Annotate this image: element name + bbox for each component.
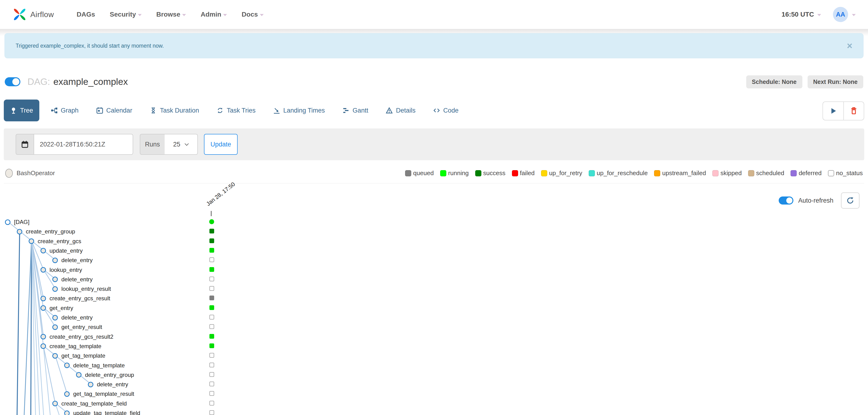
tree-node[interactable]: delete_entry_group <box>76 372 134 378</box>
tree-node[interactable]: create_tag_template_field <box>52 400 127 407</box>
nav-item-security[interactable]: Security <box>110 11 142 18</box>
calendar-addon <box>16 134 34 155</box>
tab-landing-times[interactable]: Landing Times <box>267 99 331 121</box>
task-status-square[interactable] <box>210 401 214 406</box>
graph-icon <box>51 107 58 114</box>
tree-node[interactable]: get_tag_template_result <box>64 391 134 397</box>
dag-header: DAG: example_complex Schedule: None Next… <box>5 71 863 93</box>
task-status-square[interactable] <box>210 353 214 358</box>
operator-ellipse-icon <box>5 169 13 178</box>
nav-item-dags[interactable]: DAGs <box>77 11 95 18</box>
task-status-square[interactable] <box>210 344 214 348</box>
task-status-square[interactable] <box>210 248 214 253</box>
update-button[interactable]: Update <box>204 134 238 155</box>
nav-item-admin[interactable]: Admin <box>200 11 227 18</box>
task-status-square[interactable] <box>210 363 214 367</box>
nav-item-browse[interactable]: Browse <box>156 11 186 18</box>
tab-task-duration[interactable]: Task Duration <box>144 99 205 121</box>
task-status-square[interactable] <box>210 391 214 396</box>
status-swatch <box>712 170 718 176</box>
trigger-dag-button[interactable] <box>823 101 843 120</box>
task-node-circle <box>40 296 46 301</box>
task-status-square[interactable] <box>210 315 214 320</box>
delete-dag-button[interactable] <box>843 101 864 120</box>
task-node-circle <box>17 229 22 234</box>
task-node-label: get_tag_template_result <box>73 391 134 397</box>
task-node-label: update_tag_template_field <box>73 410 140 415</box>
legend-item-up-for-retry: up_for_retry <box>541 170 582 177</box>
dag-title-prefix: DAG: <box>28 77 50 87</box>
legend-item-queued: queued <box>405 170 434 177</box>
timezone-selector[interactable]: 16:50 UTC <box>781 11 821 18</box>
tree-node[interactable]: create_entry_gcs_result2 <box>40 333 113 340</box>
tree-node[interactable]: delete_entry <box>88 381 128 388</box>
code-icon <box>433 107 440 114</box>
status-swatch <box>828 170 834 176</box>
task-status-square[interactable] <box>210 229 214 233</box>
alert-message: Triggered example_complex, it should sta… <box>16 43 164 49</box>
tree-node[interactable]: update_tag_template_field <box>64 410 140 415</box>
tab-calendar[interactable]: Calendar <box>90 99 138 121</box>
task-status-square[interactable] <box>210 286 214 291</box>
tab-details[interactable]: Details <box>379 99 422 121</box>
tree-node[interactable]: create_entry_group <box>17 228 75 235</box>
tab-tree[interactable]: Tree <box>4 99 39 121</box>
tab-task-tries[interactable]: Task Tries <box>210 99 262 121</box>
tree-node[interactable]: delete_tag_template <box>64 362 125 369</box>
close-icon[interactable]: × <box>847 41 852 51</box>
base-date-input[interactable] <box>34 134 133 155</box>
task-status-square[interactable] <box>210 334 214 339</box>
nav-right: 16:50 UTC AA <box>781 7 856 22</box>
task-status-square[interactable] <box>210 410 214 415</box>
tree-node[interactable]: get_entry <box>40 305 73 312</box>
play-icon <box>829 107 837 115</box>
legend-item-failed: failed <box>512 170 535 177</box>
refresh-button[interactable] <box>841 192 860 209</box>
next-run-badge: Next Run: None <box>808 76 864 88</box>
task-node-label: create_tag_template_field <box>61 400 127 407</box>
task-status-square[interactable] <box>210 276 214 281</box>
nav-item-docs[interactable]: Docs <box>242 11 264 18</box>
task-node-label: delete_entry <box>61 276 93 283</box>
task-status-square[interactable] <box>210 305 214 310</box>
airflow-brand[interactable]: Airflow <box>12 7 54 22</box>
dag-run-status-circle[interactable] <box>209 219 214 224</box>
operator-legend: BashOperator <box>5 169 55 178</box>
tree-node[interactable]: delete_entry <box>52 257 93 264</box>
auto-refresh-toggle[interactable] <box>779 197 794 205</box>
tree-node[interactable]: [DAG] <box>5 219 29 226</box>
task-node-label: update_entry <box>50 247 83 254</box>
tree-node[interactable]: create_entry_gcs <box>29 238 81 245</box>
num-runs-select[interactable]: 25 <box>165 134 198 155</box>
tree-node[interactable]: create_entry_gcs_result <box>40 295 110 302</box>
tree-node[interactable]: lookup_entry <box>40 267 82 273</box>
task-node-label: get_tag_template <box>61 352 105 359</box>
task-status-square[interactable] <box>210 324 214 329</box>
tree-node[interactable]: delete_entry <box>52 314 93 321</box>
task-node-label: delete_entry_group <box>85 372 134 378</box>
tree-node[interactable]: get_tag_template <box>52 352 105 359</box>
task-node-label: delete_entry <box>97 381 128 388</box>
task-status-square[interactable] <box>210 238 214 243</box>
task-node-circle <box>52 353 58 359</box>
airflow-app: Airflow DAGs Security Browse Admin Docs … <box>0 0 868 415</box>
tree-node[interactable]: delete_entry <box>52 276 93 283</box>
task-node-label: delete_entry <box>61 257 93 264</box>
legend-row: BashOperator queued running success fail… <box>4 163 864 183</box>
task-status-square[interactable] <box>210 296 214 300</box>
tab-graph[interactable]: Graph <box>44 99 85 121</box>
tree-node[interactable]: update_entry <box>40 247 83 254</box>
task-node-label: create_tag_template <box>50 343 101 350</box>
task-status-square[interactable] <box>210 372 214 377</box>
tab-gantt[interactable]: Gantt <box>336 99 374 121</box>
user-menu[interactable]: AA <box>833 7 856 22</box>
task-status-square[interactable] <box>210 257 214 262</box>
task-node-circle <box>52 401 58 406</box>
task-status-square[interactable] <box>210 382 214 386</box>
tree-node[interactable]: get_entry_result <box>52 324 102 330</box>
tab-code[interactable]: Code <box>427 99 465 121</box>
tree-node[interactable]: lookup_entry_result <box>52 286 111 292</box>
task-status-square[interactable] <box>210 267 214 272</box>
dag-pause-toggle[interactable] <box>5 77 20 86</box>
tree-node[interactable]: create_tag_template <box>40 343 101 350</box>
